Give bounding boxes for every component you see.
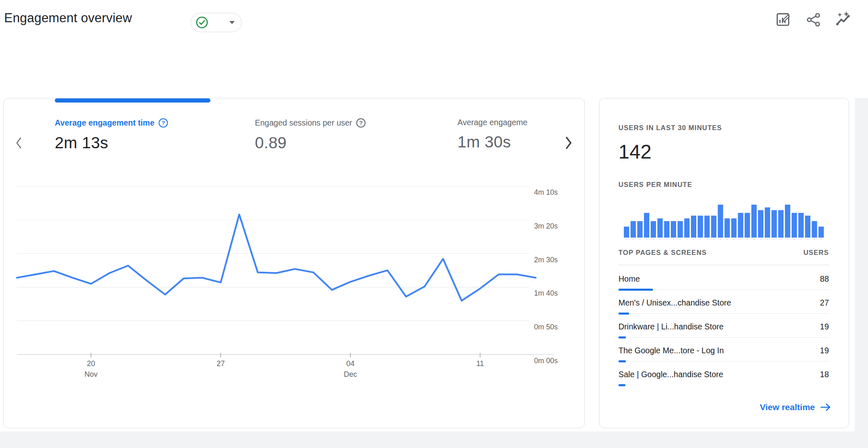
- bar-tick: [800, 238, 801, 240]
- minute-bar: [718, 205, 723, 238]
- y-axis-label: 1m 40s: [534, 289, 558, 297]
- y-axis-label: 0m 50s: [534, 323, 558, 331]
- view-realtime-label: View realtime: [760, 402, 815, 412]
- minute-bar: [758, 210, 763, 238]
- minute-bar: [677, 221, 683, 238]
- share-icon[interactable]: [805, 11, 823, 29]
- table-row: Men's / Unisex...chandise Store27: [618, 297, 829, 321]
- y-axis-label: 0m 00s: [534, 357, 558, 365]
- bar-tick: [720, 238, 721, 240]
- check-circle-icon: [196, 16, 208, 29]
- bar-tick: [666, 238, 667, 240]
- bar-tick: [787, 238, 788, 240]
- page-label: Sale | Google...handise Store: [618, 370, 723, 379]
- minute-bar: [671, 221, 676, 238]
- minute-bar: [731, 218, 737, 238]
- minute-bar: [630, 221, 636, 238]
- bar-tick: [807, 238, 808, 240]
- bar-tick: [774, 238, 775, 240]
- table-header-divider: [618, 265, 829, 265]
- minute-bar: [664, 221, 670, 238]
- bar-tick: [747, 238, 748, 240]
- page-users-progress-bar: [618, 336, 626, 338]
- page-users-progress-bar: [618, 313, 629, 315]
- bar-tick: [646, 238, 647, 240]
- page-label: Men's / Unisex...chandise Store: [618, 298, 731, 308]
- minute-bar: [798, 213, 804, 238]
- minute-bar: [792, 213, 797, 238]
- users-value: 19: [820, 322, 829, 331]
- x-axis-day-label: 27: [217, 359, 225, 368]
- minute-bar: [698, 216, 703, 238]
- column-header-pages: TOP PAGES & SCREENS: [618, 249, 707, 257]
- minute-bar: [684, 218, 690, 238]
- page-label: Home: [618, 274, 640, 284]
- users-value: 18: [820, 370, 829, 379]
- page-users-progress-bar: [618, 360, 626, 362]
- users-per-minute-bar-chart: [600, 201, 849, 243]
- scrollbar-gutter: [855, 98, 868, 448]
- chevron-down-icon: [229, 21, 235, 24]
- minute-bar: [778, 210, 784, 238]
- y-axis-label: 4m 10s: [534, 188, 558, 196]
- minute-bar: [812, 221, 817, 238]
- x-axis-day-label: 11: [476, 359, 484, 368]
- bar-tick: [626, 238, 627, 240]
- page-label: The Google Me...tore - Log In: [618, 346, 724, 355]
- bar-tick: [727, 238, 728, 240]
- minute-bar: [725, 218, 730, 238]
- bar-tick: [660, 238, 660, 240]
- table-row-divider: [618, 361, 829, 362]
- x-axis-day-label: 20: [87, 359, 95, 368]
- minute-bar: [765, 208, 770, 238]
- x-axis-month-label: Dec: [344, 370, 357, 378]
- table-row-text: Drinkware | Li...handise Store19: [618, 322, 829, 331]
- bar-tick: [733, 238, 734, 240]
- report-status-badge[interactable]: [191, 13, 242, 32]
- bar-tick: [780, 238, 781, 240]
- table-row-divider: [618, 313, 829, 314]
- bar-tick: [713, 238, 714, 240]
- view-realtime-link[interactable]: View realtime: [760, 402, 831, 412]
- top-pages-table-header: TOP PAGES & SCREENS USERS: [618, 249, 829, 257]
- page-users-progress-bar: [618, 289, 653, 291]
- page-background-strip-bottom: [0, 432, 868, 448]
- minute-bar: [644, 213, 649, 238]
- bar-tick: [761, 238, 761, 240]
- minute-bar: [711, 216, 716, 238]
- bar-tick: [814, 238, 815, 240]
- users-value: 19: [820, 346, 829, 355]
- minute-bar: [819, 226, 824, 238]
- page-title: Engagement overview: [4, 11, 132, 26]
- table-row-divider: [618, 337, 829, 338]
- x-axis-month-label: Nov: [84, 370, 98, 378]
- bar-tick: [707, 238, 707, 240]
- bar-tick: [754, 238, 754, 240]
- bar-tick: [673, 238, 674, 240]
- table-row: Sale | Google...handise Store18: [618, 369, 829, 392]
- users-value: 88: [820, 274, 829, 284]
- bar-tick: [686, 238, 687, 240]
- bar-tick: [794, 238, 795, 240]
- minute-bar: [805, 216, 810, 238]
- bar-tick: [693, 238, 694, 240]
- header-actions: [774, 11, 853, 29]
- bar-tick: [821, 238, 821, 240]
- arrow-right-icon: [820, 403, 831, 412]
- engagement-time-series: [17, 215, 536, 301]
- engagement-metrics-card: Average engagement time ? 2m 13s Engaged…: [3, 98, 585, 428]
- bar-tick: [700, 238, 701, 240]
- bar-tick: [639, 238, 640, 240]
- y-axis-label: 3m 20s: [534, 222, 558, 230]
- table-row-text: Home88: [618, 274, 829, 284]
- customize-report-icon[interactable]: [774, 11, 792, 29]
- minute-bar: [624, 226, 629, 238]
- minute-bar: [705, 216, 710, 238]
- engagement-time-line-chart: 0m 00s0m 50s1m 40s2m 30s3m 20s4m 10s20No…: [4, 98, 584, 428]
- bar-tick: [767, 238, 768, 240]
- insights-icon[interactable]: [835, 11, 853, 29]
- table-row-text: Men's / Unisex...chandise Store27: [618, 298, 829, 308]
- users-value: 27: [820, 298, 829, 308]
- table-row-text: The Google Me...tore - Log In19: [618, 346, 829, 355]
- minute-bar: [744, 213, 750, 238]
